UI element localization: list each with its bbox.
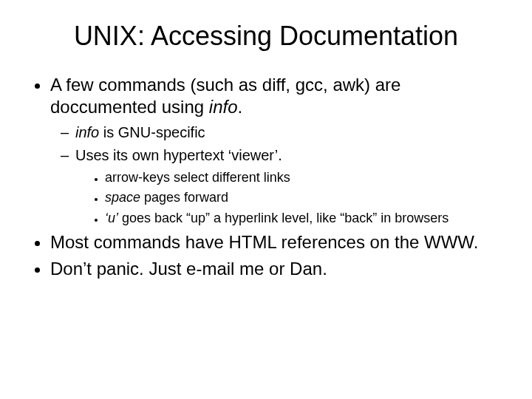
bullet-1-sub-2a: arrow-keys select different links — [105, 168, 502, 186]
bullet-list: A few commands (such as diff, gcc, awk) … — [30, 74, 502, 280]
bullet-1-sub-2: Uses its own hypertext ‘viewer’. arrow-k… — [75, 146, 502, 227]
bullet-1-sub-2-list: arrow-keys select different links space … — [75, 168, 502, 227]
slide-title: UNIX: Accessing Documentation — [30, 21, 502, 52]
bullet-1: A few commands (such as diff, gcc, awk) … — [50, 74, 502, 227]
bullet-1-sub-1-em: info — [75, 124, 99, 140]
bullet-1-sub-1: info is GNU-specific — [75, 123, 502, 143]
bullet-1-sub-2c-em: ‘u’ — [105, 211, 118, 225]
bullet-1-em: info — [209, 97, 238, 117]
bullet-1-sub-2-text: Uses its own hypertext ‘viewer’. — [75, 147, 282, 163]
bullet-2: Most commands have HTML references on th… — [50, 231, 502, 253]
bullet-1-sub-2c-post: goes back “up” a hyperlink level, like “… — [118, 211, 449, 225]
bullet-3: Don’t panic. Just e-mail me or Dan. — [50, 258, 502, 280]
slide: UNIX: Accessing Documentation A few comm… — [0, 0, 532, 299]
bullet-1-sub-2b: space pages forward — [105, 188, 502, 206]
bullet-1-sub-1-post: is GNU-specific — [99, 124, 205, 140]
bullet-1-sub-2b-post: pages forward — [140, 190, 228, 205]
bullet-1-sub-2b-em: space — [105, 190, 140, 205]
bullet-1-sub-2c: ‘u’ goes back “up” a hyperlink level, li… — [105, 209, 502, 227]
bullet-1-sublist: info is GNU-specific Uses its own hypert… — [50, 123, 502, 227]
bullet-1-post: . — [238, 97, 243, 117]
